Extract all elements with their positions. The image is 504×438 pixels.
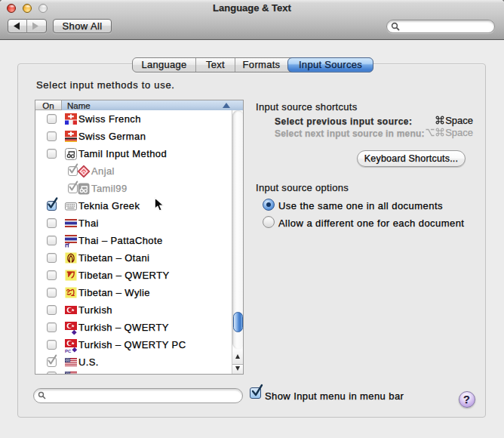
svg-text:PC: PC	[65, 349, 72, 353]
